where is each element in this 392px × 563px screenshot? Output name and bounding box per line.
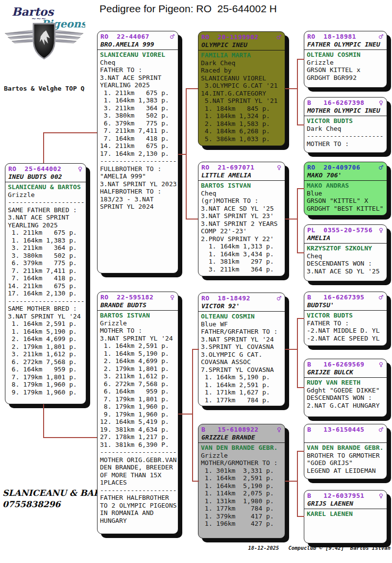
result-line: 1. 164km 5,190 p. [201, 482, 283, 490]
result-line: Grizzle [100, 319, 176, 327]
pedigree-connector [297, 124, 304, 125]
ring-number: B 12-6037951 [307, 492, 365, 499]
male-icon: ♂ [379, 164, 383, 171]
pedigree-connector [285, 349, 297, 350]
result-line: FATHER/GRFATHER TO : [201, 328, 283, 336]
result-line: 8. 179km 1,960 p. [100, 403, 176, 411]
wing-left-icon [5, 30, 35, 43]
result-line: 14.INT.G.CATEGORY [201, 90, 283, 98]
result-line: FULLBROTHER TO : [100, 165, 176, 173]
male-icon: ♂ [379, 294, 383, 301]
pedigree-connector [297, 451, 298, 517]
result-line: COVASNA ASSOC [201, 358, 283, 366]
result-line: 2. 179km 1,801 p. [100, 365, 176, 373]
result-line: 9. 179km 1,960 p. [8, 389, 84, 396]
result-line: COMP 22'-23' [201, 227, 283, 235]
result-line: 2.PROV SPRINT Y 22' [201, 235, 283, 243]
fancier-name: SLANICEANU & BARTOS [8, 183, 84, 191]
pedigree-box-fmf: RO 20-409706♂MAKO 706'MAKO ANDRASBlueGRS… [304, 162, 387, 216]
result-line: -------------------- [100, 487, 176, 494]
result-line: 27. 178km 1,217 p. [100, 433, 176, 441]
result-line: Grizzle [201, 452, 283, 460]
bartos-pigeons-logo: Bartos ~~~ Pigeons [3, 2, 85, 65]
result-line: 6. 272km 7,568 p. [8, 358, 84, 366]
pedigree-box-main: RO 25-644002♀INEU BUDTS 002SLANICEANU & … [5, 163, 86, 404]
result-line: Gdght "GOEDE DIKKE" [307, 387, 385, 394]
pedigree-box-fff: RO 18-18981♂FATHER OLYMPIC INEUOLTEANU C… [304, 31, 387, 88]
female-icon: ♀ [170, 294, 174, 301]
result-line: 3.NAT SPRINT YL '24 [201, 336, 283, 343]
ring-number: RO 21-697071 [201, 164, 254, 171]
male-icon: ♂ [170, 33, 174, 40]
result-line: SAME MOTHER BRED : [8, 305, 84, 313]
pigeon-name: AMELIA [304, 234, 387, 244]
result-line: 1. 301km 3,331 p. [201, 467, 283, 475]
fancier-name: KAREL LAENEN [307, 510, 385, 518]
pedigree-box-mff: B 16-6267395♂BUDTSU'VICTOR BUDTSFATHER T… [304, 292, 387, 346]
male-icon: ♂ [277, 34, 281, 41]
female-icon: ♀ [379, 492, 383, 499]
result-line: -------------------- [100, 448, 176, 456]
fancier-name: KRZYSZTOF SZKOLNY [307, 245, 385, 252]
pedigree-box-mf: RO 18-18492♂VICTOR 92'OLTEANU COSMINBlue… [198, 293, 285, 406]
result-line: 1. 177km 784 p. [201, 396, 283, 404]
result-line: 3.NAT SPRINT 2 YEARS [201, 220, 283, 228]
result-line: SAME FATHER BRED : [8, 206, 84, 214]
pedigree-box-fmm: PL 0355-20-5756♀AMELIAKRZYSZTOF SZKOLNYC… [304, 224, 387, 281]
female-icon: ♀ [78, 166, 82, 172]
result-line: 7. 179km 1,801 p. [100, 395, 176, 403]
result-line: 3.NAT ACE SD YL '25 [307, 268, 385, 275]
result-line: 2. 164km 4,699 p. [100, 357, 176, 365]
result-line: 14. 211km 675 p. [8, 282, 84, 290]
ring-number: RO 22-44067 [100, 33, 149, 40]
pedigree-connector [43, 404, 44, 438]
result-line: 9. 179km 1,960 p. [100, 411, 176, 418]
result-line: DESCENDANTS WON : [307, 260, 385, 268]
pedigree-connector [285, 219, 297, 220]
result-line: 19. 381km 4,634 p. [100, 426, 176, 434]
result-line: MOTHER TO : [307, 140, 385, 148]
result-line: 1. 184km 845 p. [201, 105, 283, 113]
pedigree-box-mm: B 15-6108922♀GRIZZLE BRANDEVAN DEN BRAND… [198, 424, 285, 539]
result-line: -2.NAT ACE SPEED YL [307, 335, 385, 343]
fancier-name: VICTOR BUDTS [307, 117, 385, 125]
result-line: 1. 164km 1,383 p. [100, 97, 176, 104]
result-line: 1. 184km 1,324 p. [201, 112, 283, 120]
fancier-name: BARTOS ISTVAN [201, 182, 283, 190]
pigeon-name: BRO.AMELIA 999 [98, 40, 178, 50]
result-line: 3.SPRINT YL COVASNA [201, 343, 283, 351]
result-line: Grizzle [8, 191, 84, 199]
result-line: 1. 381km 297 p. [201, 258, 283, 266]
pedigree-connector [178, 414, 193, 415]
pedigree-connector [297, 188, 304, 189]
female-icon: ♀ [379, 99, 383, 106]
pigeon-name: FATHER OLYMPIC INEU [304, 40, 387, 50]
result-line: 2. 164km 4,699 p. [8, 335, 84, 343]
pedigree-connector [297, 59, 304, 60]
male-icon: ♂ [379, 33, 383, 40]
pedigree-connector [297, 387, 304, 388]
result-line: FATHER TO : [100, 66, 176, 74]
result-line: "AMELIA 999" [100, 172, 176, 180]
pedigree-connector [285, 88, 297, 89]
result-line: Raced by [201, 67, 283, 74]
result-line: SPRINT YL 2024 [100, 203, 176, 211]
pigeon-name: OLYMPIC INEU [198, 41, 285, 50]
ring-number: RO 20-1199902 [201, 33, 259, 41]
result-line: DEN BRANDE, BREEDER [100, 464, 176, 471]
female-icon: ♀ [277, 164, 281, 171]
ring-number: B 13-6150445 [307, 426, 365, 433]
pedigree-box-f: RO 22-44067♂BRO.AMELIA 999SLANICEANU VIO… [97, 31, 178, 273]
ring-number: B 16-6267395 [307, 294, 365, 301]
result-line: 1. 164km 3,434 p. [201, 250, 283, 258]
result-line: 1. 131km 1,980 p. [201, 497, 283, 505]
result-line: 1. 164km 2,591 p. [8, 320, 84, 328]
pedigree-connector [297, 189, 298, 253]
result-line: 5.NAT SPRINT YL '21 [201, 97, 283, 105]
pigeon-name: LITTLE AMELIA [198, 171, 285, 181]
result-line: 1. 164km 1,313 p. [201, 243, 283, 250]
male-icon: ♂ [277, 295, 281, 302]
pigeon-name: MOTHER OLYMPIC INEU [304, 106, 387, 116]
result-line: 1. 379km 417 p. [201, 513, 283, 520]
pedigree-connector [297, 516, 304, 517]
